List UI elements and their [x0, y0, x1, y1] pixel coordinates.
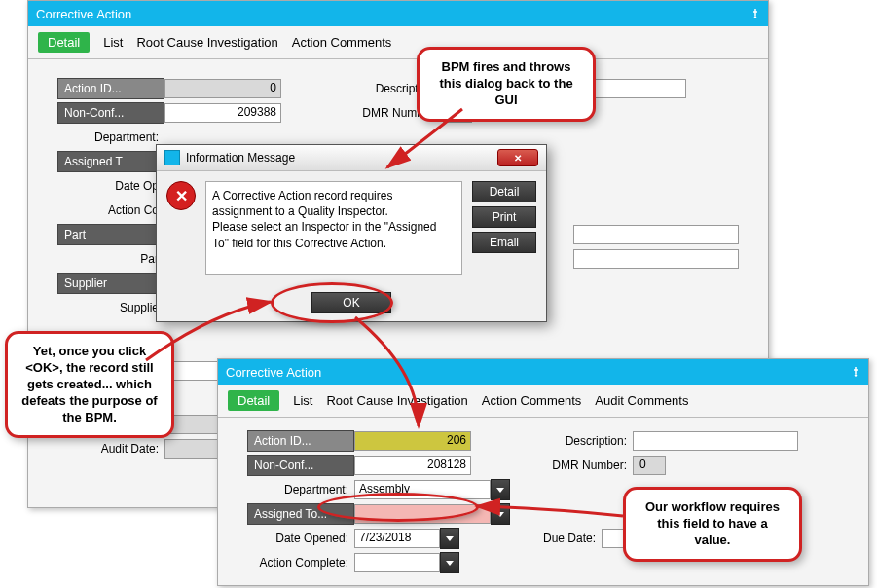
title-bar-2: Corrective Action	[218, 359, 868, 385]
tab-detail-2[interactable]: Detail	[228, 390, 279, 411]
dialog-email-button[interactable]: Email	[472, 232, 536, 253]
assigned-dropdown-2[interactable]	[491, 503, 510, 525]
dialog-print-button[interactable]: Print	[472, 206, 536, 228]
date-opened-label-2: Date Opened:	[247, 532, 354, 545]
action-id-label-1[interactable]: Action ID...	[57, 78, 164, 99]
dialog-message: A Corrective Action record requires assi…	[205, 181, 462, 275]
desc-label-2: Description:	[530, 434, 633, 448]
tab-action-comments-1[interactable]: Action Comments	[292, 35, 392, 50]
tab-list-2[interactable]: List	[293, 393, 312, 408]
action-id-value-1: 0	[164, 79, 281, 98]
pin-icon-2[interactable]	[851, 367, 860, 377]
nonconf-label-1[interactable]: Non-Conf...	[57, 102, 164, 124]
date-open-label-1: Date Op	[57, 179, 164, 193]
nonconf-value-2[interactable]: 208128	[354, 456, 471, 475]
action-co-label-1: Action Co	[57, 203, 164, 217]
title-bar-1: Corrective Action	[28, 1, 768, 26]
dialog-title-bar: Information Message ✕	[157, 145, 546, 171]
par-input-1[interactable]	[573, 249, 739, 269]
dmr-label-2: DMR Number:	[530, 459, 633, 472]
action-complete-input-2[interactable]	[354, 553, 440, 572]
action-complete-label-2: Action Complete:	[247, 556, 354, 570]
dmr-value-2: 0	[633, 456, 666, 475]
tab-audit-comments-2[interactable]: Audit Comments	[595, 393, 688, 408]
dialog-title-text: Information Message	[186, 151, 295, 165]
supplie-label-1: Supplie	[57, 301, 164, 314]
dept-label-2: Department:	[247, 483, 354, 496]
date-opened-value-2[interactable]: 7/23/2018	[354, 529, 440, 548]
svg-point-1	[855, 374, 857, 376]
action-complete-picker-2[interactable]	[440, 552, 459, 573]
oval-ok	[271, 282, 393, 323]
dept-dropdown-2[interactable]	[491, 479, 510, 500]
date-opened-picker-2[interactable]	[440, 528, 459, 549]
audit-date-label-1: Audit Date:	[57, 442, 164, 456]
tab-list-1[interactable]: List	[103, 35, 123, 50]
action-id-value-2[interactable]: 206	[354, 431, 471, 451]
tab-detail-1[interactable]: Detail	[38, 32, 90, 53]
svg-point-0	[754, 16, 756, 18]
pin-icon[interactable]	[750, 9, 760, 18]
assigned-label-1[interactable]: Assigned T	[57, 151, 164, 172]
dialog-detail-button[interactable]: Detail	[472, 181, 536, 202]
tab-row-1: Detail List Root Cause Investigation Act…	[28, 26, 768, 59]
action-id-label-2[interactable]: Action ID...	[247, 430, 354, 452]
tab-root-cause-2[interactable]: Root Cause Investigation	[326, 393, 467, 408]
title-text-2: Corrective Action	[226, 365, 321, 380]
due-date-label-2: Due Date:	[518, 532, 602, 545]
dialog-close-button[interactable]: ✕	[497, 149, 538, 166]
tab-action-comments-2[interactable]: Action Comments	[482, 393, 582, 408]
callout-right: Our workflow requires this field to have…	[623, 487, 802, 562]
title-text-1: Corrective Action	[36, 7, 131, 21]
callout-left: Yet, once you click <OK>, the record sti…	[5, 331, 174, 438]
nonconf-value-1[interactable]: 209388	[164, 103, 281, 123]
oval-assigned	[317, 493, 479, 522]
dept-label-1: Department:	[57, 130, 164, 144]
error-icon: ✕	[166, 181, 196, 210]
part-label-1[interactable]: Part	[57, 224, 164, 245]
callout-top: BPM fires and throws this dialog back to…	[417, 47, 596, 122]
supplier-label-1[interactable]: Supplier	[57, 273, 164, 294]
nonconf-label-2[interactable]: Non-Conf...	[247, 455, 354, 476]
desc-input-2[interactable]	[633, 431, 798, 451]
dialog-icon	[164, 150, 180, 165]
par-label-1: Par	[57, 252, 164, 266]
tab-row-2: Detail List Root Cause Investigation Act…	[218, 385, 868, 418]
tab-root-cause-1[interactable]: Root Cause Investigation	[136, 35, 277, 50]
part-input-1[interactable]	[573, 225, 739, 244]
